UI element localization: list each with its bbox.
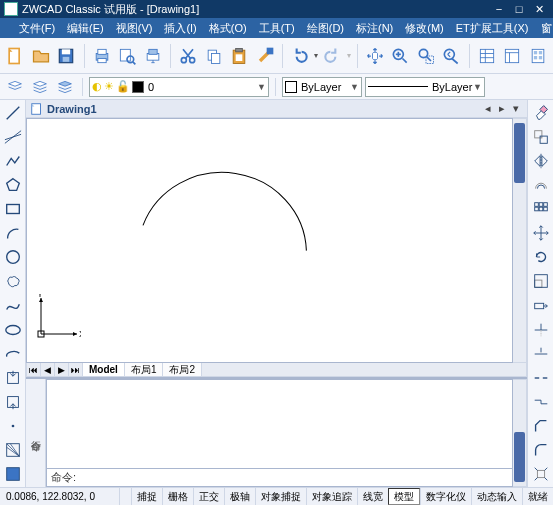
- status-coords[interactable]: 0.0086, 122.8032, 0: [0, 488, 120, 505]
- new-file-button[interactable]: [4, 40, 27, 72]
- doc-nav-menu[interactable]: ▾: [509, 102, 523, 115]
- status-dyn[interactable]: 动态输入: [471, 488, 522, 505]
- pan-button[interactable]: [363, 40, 386, 72]
- match-prop-button[interactable]: [253, 40, 276, 72]
- layout-tab-1[interactable]: 布局1: [125, 363, 164, 376]
- layer-prev-button[interactable]: [29, 76, 51, 98]
- canvas-vscrollbar[interactable]: [513, 118, 527, 363]
- print-preview-button[interactable]: [116, 40, 139, 72]
- ellipse-tool[interactable]: [2, 319, 24, 340]
- rectangle-tool[interactable]: [2, 199, 24, 220]
- xline-tool[interactable]: [2, 126, 24, 147]
- zoom-previous-button[interactable]: [440, 40, 463, 72]
- trim-tool[interactable]: [530, 319, 552, 340]
- array-tool[interactable]: [530, 199, 552, 220]
- command-vscrollbar[interactable]: [513, 379, 527, 487]
- menu-draw[interactable]: 绘图(D): [302, 19, 349, 38]
- polygon-tool[interactable]: [2, 174, 24, 195]
- close-button[interactable]: ✕: [529, 3, 549, 16]
- cut-button[interactable]: [177, 40, 200, 72]
- open-file-button[interactable]: [30, 40, 53, 72]
- print-button[interactable]: [90, 40, 113, 72]
- redo-button[interactable]: [321, 40, 344, 72]
- command-history[interactable]: [46, 379, 513, 469]
- revcloud-tool[interactable]: [2, 271, 24, 292]
- menu-dim[interactable]: 标注(N): [351, 19, 398, 38]
- join-tool[interactable]: [530, 392, 552, 413]
- color-combo[interactable]: ByLayer ▼: [282, 77, 362, 97]
- doc-nav-right[interactable]: ▸: [495, 102, 509, 115]
- extend-tool[interactable]: [530, 343, 552, 364]
- layout-nav-first[interactable]: ⏮: [27, 363, 41, 376]
- drawing-canvas[interactable]: X Y: [26, 118, 513, 363]
- undo-button[interactable]: [289, 40, 312, 72]
- linetype-combo[interactable]: ByLayer ▼: [365, 77, 485, 97]
- document-name[interactable]: Drawing1: [47, 103, 97, 115]
- design-center-button[interactable]: [501, 40, 524, 72]
- layer-combo[interactable]: ◐ ☀ 🔓 0 ▼: [89, 77, 269, 97]
- menu-edit[interactable]: 编辑(E): [62, 19, 109, 38]
- status-lwt[interactable]: 线宽: [357, 488, 388, 505]
- menu-modify[interactable]: 修改(M): [400, 19, 449, 38]
- maximize-button[interactable]: □: [509, 3, 529, 15]
- ellipse-arc-tool[interactable]: [2, 343, 24, 364]
- status-polar[interactable]: 极轴: [224, 488, 255, 505]
- layout-tab-model[interactable]: Model: [83, 363, 125, 376]
- insert-block-tool[interactable]: [2, 367, 24, 388]
- command-line[interactable]: 命令:: [46, 469, 513, 487]
- status-osnap[interactable]: 对象捕捉: [255, 488, 306, 505]
- canvas-hscrollbar[interactable]: [202, 363, 526, 376]
- make-block-tool[interactable]: [2, 392, 24, 413]
- svg-line-83: [544, 468, 547, 471]
- polyline-tool[interactable]: [2, 150, 24, 171]
- explode-tool[interactable]: [530, 464, 552, 485]
- paste-button[interactable]: [228, 40, 251, 72]
- save-button[interactable]: [55, 40, 78, 72]
- copy-tool[interactable]: [530, 126, 552, 147]
- arc-tool[interactable]: [2, 223, 24, 244]
- move-tool[interactable]: [530, 223, 552, 244]
- layout-nav-prev[interactable]: ◀: [41, 363, 55, 376]
- offset-tool[interactable]: [530, 174, 552, 195]
- point-tool[interactable]: [2, 416, 24, 437]
- status-grid[interactable]: 栅格: [162, 488, 193, 505]
- menu-et[interactable]: ET扩展工具(X): [451, 19, 534, 38]
- layout-nav-last[interactable]: ⏭: [69, 363, 83, 376]
- status-snap[interactable]: 捕捉: [131, 488, 162, 505]
- chamfer-tool[interactable]: [530, 416, 552, 437]
- fillet-tool[interactable]: [530, 440, 552, 461]
- plot-button[interactable]: [141, 40, 164, 72]
- scale-tool[interactable]: [530, 271, 552, 292]
- zoom-window-button[interactable]: [414, 40, 437, 72]
- minimize-button[interactable]: −: [489, 3, 509, 15]
- circle-tool[interactable]: [2, 247, 24, 268]
- mirror-tool[interactable]: [530, 150, 552, 171]
- doc-nav-left[interactable]: ◂: [481, 102, 495, 115]
- break-tool[interactable]: [530, 367, 552, 388]
- layout-tab-2[interactable]: 布局2: [163, 363, 202, 376]
- layer-states-button[interactable]: [54, 76, 76, 98]
- status-ortho[interactable]: 正交: [193, 488, 224, 505]
- tool-palettes-button[interactable]: [526, 40, 549, 72]
- menu-file[interactable]: 文件(F): [14, 19, 60, 38]
- properties-button[interactable]: [475, 40, 498, 72]
- copy-button[interactable]: [202, 40, 225, 72]
- menu-view[interactable]: 视图(V): [111, 19, 158, 38]
- menu-window[interactable]: 窗口(W): [536, 19, 553, 38]
- status-model[interactable]: 模型: [388, 488, 420, 505]
- zoom-realtime-button[interactable]: [389, 40, 412, 72]
- status-tablet[interactable]: 数字化仪: [420, 488, 471, 505]
- erase-tool[interactable]: [530, 102, 552, 123]
- spline-tool[interactable]: [2, 295, 24, 316]
- line-tool[interactable]: [2, 102, 24, 123]
- menu-tools[interactable]: 工具(T): [254, 19, 300, 38]
- hatch-tool[interactable]: [2, 440, 24, 461]
- status-otrack[interactable]: 对象追踪: [306, 488, 357, 505]
- layout-nav-next[interactable]: ▶: [55, 363, 69, 376]
- stretch-tool[interactable]: [530, 295, 552, 316]
- gradient-tool[interactable]: [2, 464, 24, 485]
- layer-manager-button[interactable]: [4, 76, 26, 98]
- menu-format[interactable]: 格式(O): [204, 19, 252, 38]
- rotate-tool[interactable]: [530, 247, 552, 268]
- menu-insert[interactable]: 插入(I): [159, 19, 201, 38]
